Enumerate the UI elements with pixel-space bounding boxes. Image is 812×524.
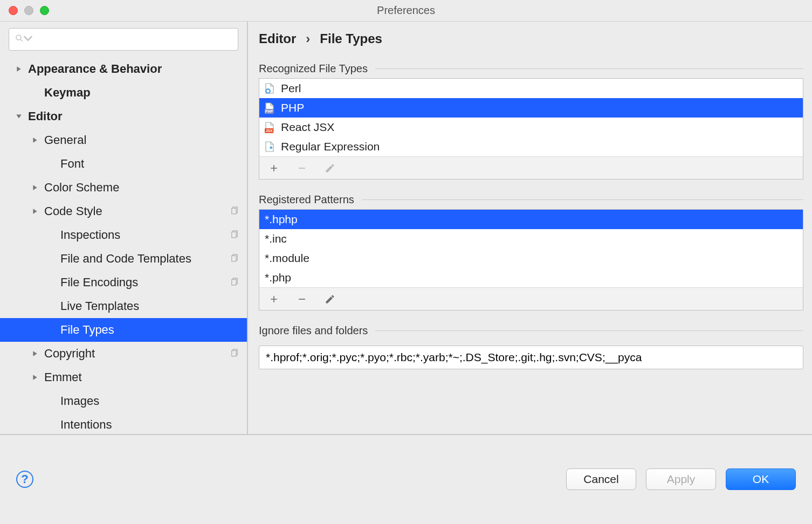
sidebar-item-code-style[interactable]: Code Style — [0, 199, 247, 223]
chevron-right-icon — [30, 373, 40, 382]
sidebar-item-inspections[interactable]: Inspections — [0, 223, 247, 247]
ignore-input[interactable] — [259, 346, 803, 369]
svg-rect-3 — [232, 208, 236, 214]
button-bar: ? Cancel Apply OK — [0, 434, 812, 523]
search-input[interactable] — [9, 28, 238, 51]
file-type-row[interactable]: JSXReact JSX — [259, 118, 803, 137]
chevron-right-icon — [46, 420, 56, 430]
sidebar-item-label: File and Code Templates — [60, 252, 191, 266]
file-type-label: PHP — [281, 101, 304, 114]
remove-button[interactable] — [295, 292, 309, 306]
file-type-row[interactable]: *Regular Expression — [259, 137, 803, 156]
chevron-right-icon — [30, 88, 40, 98]
patterns-list[interactable]: *.hphp*.inc*.module*.php — [259, 209, 803, 311]
file-type-label: Perl — [281, 82, 301, 95]
apply-button: Apply — [646, 468, 716, 490]
edit-button[interactable] — [323, 292, 337, 306]
window-title: Preferences — [0, 4, 812, 17]
svg-point-0 — [16, 35, 21, 40]
svg-rect-9 — [232, 279, 236, 285]
sidebar-item-general[interactable]: General — [0, 128, 247, 152]
breadcrumb: Editor › File Types — [259, 31, 803, 46]
divider — [375, 330, 803, 331]
sidebar-item-label: File Encodings — [60, 275, 138, 289]
chevron-down-icon — [23, 33, 33, 46]
svg-text:JSX: JSX — [265, 129, 273, 133]
sidebar-item-label: Emmet — [44, 370, 82, 384]
sidebar-item-label: File Types — [60, 323, 114, 337]
sidebar-item-file-encodings[interactable]: File Encodings — [0, 271, 247, 294]
sidebar-item-label: Inspections — [60, 228, 120, 242]
scheme-icon — [230, 348, 239, 360]
chevron-right-icon — [46, 230, 56, 240]
pattern-row[interactable]: *.php — [259, 268, 803, 287]
sidebar-item-label: Code Style — [44, 204, 102, 218]
chevron-right-icon — [30, 135, 40, 145]
breadcrumb-leaf: File Types — [320, 31, 382, 46]
sidebar-item-label: Font — [60, 157, 84, 171]
chevron-right-icon — [46, 301, 56, 311]
jsx-file-icon: JSX — [264, 121, 276, 133]
add-button[interactable] — [267, 292, 281, 306]
sidebar-item-font[interactable]: Font — [0, 152, 247, 176]
sidebar-item-label: Keymap — [44, 86, 91, 100]
scheme-icon — [230, 253, 239, 265]
sidebar-item-emmet[interactable]: Emmet — [0, 366, 247, 389]
breadcrumb-root[interactable]: Editor — [259, 31, 296, 46]
chevron-right-icon — [46, 159, 56, 169]
pattern-row[interactable]: *.module — [259, 249, 803, 268]
pattern-label: *.hphp — [265, 213, 298, 226]
chevron-right-icon — [46, 396, 56, 406]
file-type-row[interactable]: Perl — [259, 79, 803, 98]
perl-file-icon — [264, 82, 276, 94]
sidebar-item-intentions[interactable]: Intentions — [0, 413, 247, 434]
sidebar-item-label: Live Templates — [60, 299, 139, 313]
divider — [362, 199, 803, 200]
titlebar: Preferences — [0, 0, 812, 22]
sidebar-item-copyright[interactable]: Copyright — [0, 342, 247, 366]
chevron-right-icon — [30, 183, 40, 192]
svg-point-13 — [267, 90, 270, 93]
search-field[interactable] — [36, 34, 232, 45]
php-file-icon: PHP — [264, 102, 276, 114]
section-patterns-label: Registered Patterns — [259, 194, 354, 206]
sidebar-item-keymap[interactable]: Keymap — [0, 81, 247, 105]
scheme-icon — [230, 229, 239, 242]
sidebar-item-file-types[interactable]: File Types — [0, 318, 247, 342]
svg-line-1 — [20, 39, 23, 42]
chevron-right-icon — [46, 278, 56, 287]
chevron-right-icon — [30, 206, 40, 216]
sidebar-item-label: Copyright — [44, 347, 95, 361]
help-button[interactable]: ? — [16, 471, 33, 488]
svg-rect-11 — [232, 350, 236, 356]
sidebar-item-live-templates[interactable]: Live Templates — [0, 294, 247, 318]
pattern-label: *.php — [265, 271, 291, 284]
remove-button — [295, 161, 309, 175]
sidebar-item-color-scheme[interactable]: Color Scheme — [0, 176, 247, 199]
chevron-right-icon — [14, 64, 24, 74]
sidebar-item-file-and-code-templates[interactable]: File and Code Templates — [0, 247, 247, 271]
file-type-row[interactable]: PHPPHP — [259, 98, 803, 118]
ok-button[interactable]: OK — [726, 468, 796, 490]
pattern-row[interactable]: *.hphp — [259, 210, 803, 229]
file-type-label: React JSX — [281, 121, 334, 134]
sidebar: Appearance & BehaviorKeymapEditorGeneral… — [0, 22, 248, 434]
pattern-row[interactable]: *.inc — [259, 229, 803, 249]
sidebar-item-images[interactable]: Images — [0, 389, 247, 413]
file-types-list[interactable]: PerlPHPPHPJSXReact JSX*Regular Expressio… — [259, 78, 803, 180]
svg-text:PHP: PHP — [265, 109, 273, 113]
sidebar-item-label: Intentions — [60, 418, 112, 432]
sidebar-item-label: General — [44, 133, 86, 147]
sidebar-item-editor[interactable]: Editor — [0, 105, 247, 128]
pattern-label: *.inc — [265, 232, 287, 245]
chevron-down-icon — [14, 112, 24, 121]
sidebar-item-label: Editor — [28, 109, 63, 123]
scheme-icon — [230, 205, 239, 218]
svg-rect-5 — [232, 232, 236, 238]
cancel-button[interactable]: Cancel — [566, 468, 636, 490]
chevron-right-icon — [46, 254, 56, 264]
chevron-right-icon — [46, 325, 56, 335]
add-button[interactable] — [267, 161, 281, 175]
sidebar-item-appearance-behavior[interactable]: Appearance & Behavior — [0, 57, 247, 81]
sidebar-item-label: Color Scheme — [44, 181, 119, 195]
